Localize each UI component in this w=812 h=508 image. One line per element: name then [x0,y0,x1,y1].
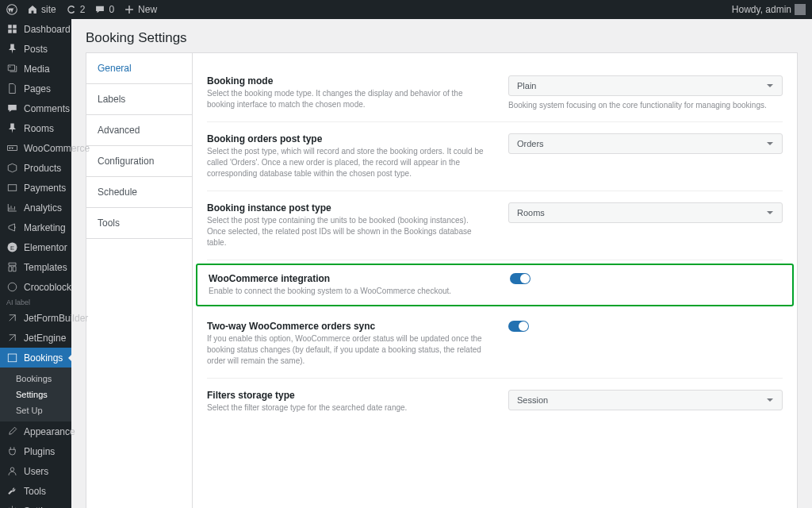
submenu-set-up[interactable]: Set Up [0,402,71,418]
pin-icon [6,122,18,134]
mega-icon [6,221,18,233]
svg-text:E: E [10,244,14,252]
menu-jetengine[interactable]: JetEngine [0,328,71,348]
menu-pages[interactable]: Pages [0,79,71,98]
menu-media[interactable]: Media [0,59,71,79]
setting-booking-instance-post-type: Booking instance post typeSelect the pos… [207,191,783,260]
chevron-down-icon [766,140,774,148]
tab-tools[interactable]: Tools [86,208,192,239]
jet-icon [6,312,18,324]
menu-plugins[interactable]: Plugins [0,441,71,461]
tab-schedule[interactable]: Schedule [86,177,192,208]
svg-rect-6 [8,354,17,362]
menu-posts[interactable]: Posts [0,39,71,59]
menu-dashboard[interactable]: Dashboard [0,19,71,39]
setting-desc: If you enable this option, WooCommerce o… [207,333,485,367]
submenu-settings[interactable]: Settings [0,387,71,402]
card-icon [6,182,18,194]
menu-elementor[interactable]: EElementor [0,237,71,257]
menu-marketing[interactable]: Marketing [0,217,71,237]
woo-icon [6,142,18,154]
new-link[interactable]: New [124,4,157,15]
menu-products[interactable]: Products [0,158,71,178]
setting-two-way-woocommerce-orders-sync: Two-way WooCommerce orders syncIf you en… [207,310,783,379]
howdy-link[interactable]: Howdy, admin [732,4,806,15]
setting-desc: Select the booking mode type. It changes… [207,88,485,110]
setting-title: Booking instance post type [207,202,485,214]
admin-bar: site 2 0 New Howdy, admin [0,0,812,19]
select-booking-instance-post-type[interactable]: Rooms [508,202,783,223]
refresh-icon [66,4,77,15]
chart-icon [6,202,18,214]
menu-rooms[interactable]: Rooms [0,118,71,138]
toggle-two-way-woocommerce-orders-sync[interactable] [508,321,529,332]
menu-analytics[interactable]: Analytics [0,198,71,217]
setting-desc: Select the post type containing the unit… [207,215,485,248]
setting-booking-orders-post-type: Booking orders post typeSelect the post … [207,122,783,191]
settings-tabs: GeneralLabelsAdvancedConfigurationSchedu… [86,53,193,508]
wordpress-icon [6,4,17,15]
wrench-icon [6,485,18,497]
chevron-down-icon [766,209,774,217]
setting-desc: Select the filter storage type for the s… [207,402,485,414]
tmpl-icon [6,261,18,273]
select-booking-mode[interactable]: Plain [508,75,783,96]
tab-configuration[interactable]: Configuration [86,146,192,177]
plus-icon [124,4,135,15]
submenu-bookings[interactable]: Bookings [0,371,71,387]
wp-logo[interactable] [6,4,17,15]
ai-label: AI label [0,297,71,308]
croco-icon [6,281,18,293]
admin-sidebar: DashboardPostsMediaPagesCommentsRoomsWoo… [0,19,71,508]
chevron-down-icon [766,396,774,404]
page-icon [6,83,18,94]
box-icon [6,162,18,174]
menu-appearance[interactable]: Appearance [0,421,71,441]
updates-link[interactable]: 2 [66,4,86,15]
pin-icon [6,43,18,55]
menu-templates[interactable]: Templates [0,257,71,277]
tab-advanced[interactable]: Advanced [86,115,192,146]
gear-icon [6,505,18,508]
select-filters-storage-type[interactable]: Session [508,390,783,410]
submenu: BookingsSettingsSet Up [0,368,71,421]
media-icon [6,63,18,75]
setting-title: Booking mode [207,75,485,87]
menu-bookings[interactable]: Bookings [0,348,71,368]
svg-rect-2 [8,185,17,191]
cal-icon [6,352,18,364]
menu-tools[interactable]: Tools [0,481,71,501]
comment-icon [6,102,18,114]
brush-icon [6,425,18,437]
comment-icon [94,4,105,15]
menu-crocoblock[interactable]: Crocoblock [0,277,71,297]
setting-desc: Enable to connect the booking system to … [209,286,486,297]
setting-title: Two-way WooCommerce orders sync [207,321,485,332]
toggle-woocommerce-integration[interactable] [510,273,530,284]
svg-point-7 [10,468,14,471]
svg-point-1 [10,67,11,68]
comments-link[interactable]: 0 [94,4,114,15]
plug-icon [6,445,18,457]
setting-filters-storage-type: Filters storage typeSelect the filter st… [207,379,783,425]
menu-settings[interactable]: Settings [0,501,71,508]
e-icon: E [6,241,18,253]
setting-title: WooCommerce integration [209,273,486,284]
chevron-down-icon [766,82,774,90]
help-text: Booking system focusing on the core func… [508,101,783,110]
dash-icon [6,23,18,35]
setting-woocommerce-integration: WooCommerce integrationEnable to connect… [196,264,794,306]
tab-general[interactable]: General [86,53,192,84]
menu-payments[interactable]: Payments [0,178,71,198]
setting-title: Booking orders post type [207,133,485,144]
jet-icon [6,332,18,344]
menu-woocommerce[interactable]: WooCommerce [0,138,71,158]
tab-labels[interactable]: Labels [86,84,192,115]
menu-jetformbuilder[interactable]: JetFormBuilder [0,308,71,328]
settings-panel: GeneralLabelsAdvancedConfigurationSchedu… [86,52,798,508]
menu-users[interactable]: Users [0,461,71,481]
site-link[interactable]: site [27,4,56,15]
select-booking-orders-post-type[interactable]: Orders [508,133,783,154]
user-icon [6,465,18,477]
menu-comments[interactable]: Comments [0,98,71,118]
